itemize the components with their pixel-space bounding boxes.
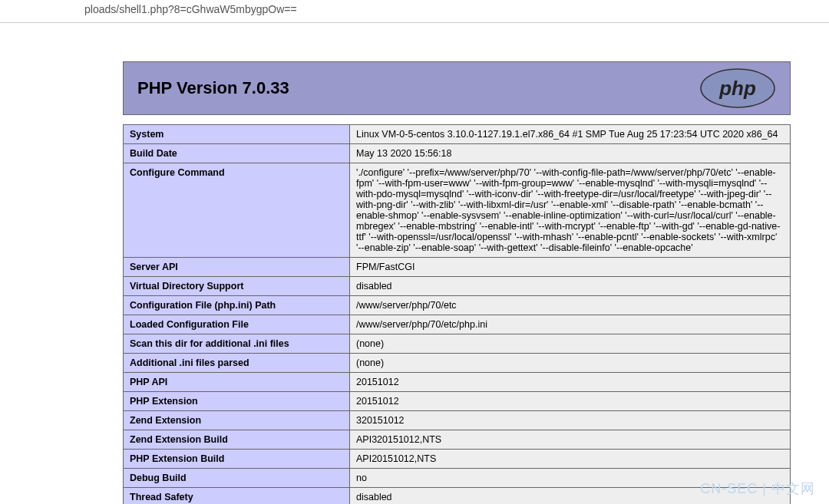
info-value: API20151012,NTS xyxy=(350,450,791,469)
info-key: Scan this dir for additional .ini files xyxy=(124,334,350,354)
table-row: Loaded Configuration File/www/server/php… xyxy=(124,315,791,334)
table-row: Server APIFPM/FastCGI xyxy=(124,258,791,277)
info-value: disabled xyxy=(350,277,791,296)
info-value: /www/server/php/70/etc xyxy=(350,296,791,315)
url-text: ploads/shell1.php?8=cGhwaW5mbygpOw== xyxy=(84,3,297,15)
phpinfo-content: PHP Version 7.0.33 php SystemLinux VM-0-… xyxy=(0,23,829,504)
svg-text:php: php xyxy=(718,77,756,100)
info-key: Zend Extension xyxy=(124,411,350,430)
info-key: Server API xyxy=(124,258,350,277)
info-value: 20151012 xyxy=(350,392,791,411)
table-row: Debug Buildno xyxy=(124,469,791,488)
info-value: FPM/FastCGI xyxy=(350,258,791,277)
info-key: Configuration File (php.ini) Path xyxy=(124,296,350,315)
info-value: './configure' '--prefix=/www/server/php/… xyxy=(350,163,791,258)
info-key: PHP API xyxy=(124,373,350,392)
info-key: Debug Build xyxy=(124,469,350,488)
info-value: (none) xyxy=(350,354,791,373)
info-key: Zend Extension Build xyxy=(124,430,350,450)
info-value: May 13 2020 15:56:18 xyxy=(350,144,791,163)
table-row: Virtual Directory Supportdisabled xyxy=(124,277,791,296)
info-key: Loaded Configuration File xyxy=(124,315,350,334)
table-row: Configuration File (php.ini) Path/www/se… xyxy=(124,296,791,315)
table-row: PHP Extension20151012 xyxy=(124,392,791,411)
table-row: Scan this dir for additional .ini files(… xyxy=(124,334,791,354)
phpinfo-table: SystemLinux VM-0-5-centos 3.10.0-1127.19… xyxy=(123,124,791,504)
table-row: SystemLinux VM-0-5-centos 3.10.0-1127.19… xyxy=(124,125,791,144)
table-row: PHP Extension BuildAPI20151012,NTS xyxy=(124,450,791,469)
info-key: PHP Extension Build xyxy=(124,450,350,469)
url-bar[interactable]: ploads/shell1.php?8=cGhwaW5mbygpOw== xyxy=(0,0,829,23)
table-row: Build DateMay 13 2020 15:56:18 xyxy=(124,144,791,163)
info-key: System xyxy=(124,125,350,144)
table-row: Zend Extension320151012 xyxy=(124,411,791,430)
table-row: Configure Command'./configure' '--prefix… xyxy=(124,163,791,258)
info-key: Virtual Directory Support xyxy=(124,277,350,296)
info-value: API320151012,NTS xyxy=(350,430,791,450)
info-key: Thread Safety xyxy=(124,488,350,505)
phpinfo-header: PHP Version 7.0.33 php xyxy=(123,61,791,115)
info-value: 320151012 xyxy=(350,411,791,430)
table-row: PHP API20151012 xyxy=(124,373,791,392)
info-value: Linux VM-0-5-centos 3.10.0-1127.19.1.el7… xyxy=(350,125,791,144)
info-value: /www/server/php/70/etc/php.ini xyxy=(350,315,791,334)
info-key: Configure Command xyxy=(124,163,350,258)
info-value: (none) xyxy=(350,334,791,354)
php-logo-icon: php xyxy=(699,68,776,110)
info-value: no xyxy=(350,469,791,488)
info-key: Build Date xyxy=(124,144,350,163)
table-row: Zend Extension BuildAPI320151012,NTS xyxy=(124,430,791,450)
info-value: disabled xyxy=(350,488,791,505)
page-title: PHP Version 7.0.33 xyxy=(137,78,289,98)
info-key: Additional .ini files parsed xyxy=(124,354,350,373)
info-value: 20151012 xyxy=(350,373,791,392)
table-row: Additional .ini files parsed(none) xyxy=(124,354,791,373)
info-key: PHP Extension xyxy=(124,392,350,411)
table-row: Thread Safetydisabled xyxy=(124,488,791,505)
